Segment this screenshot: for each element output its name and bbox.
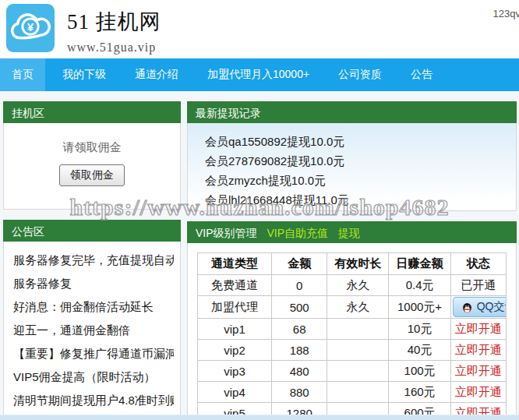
withdrawal-record: 会员zmyzch提现10.0元 [205, 171, 510, 190]
vip-panel-body: 通道类型金额有效时长日赚金额状态 免费通道0永久0.4元已开通加盟代理500永久… [188, 243, 516, 420]
site-title: 51 挂机网 [67, 8, 161, 36]
svg-text:¥: ¥ [27, 21, 34, 34]
notice-item: 服务器修复 [13, 272, 174, 295]
page: ¥ 51 挂机网 www.51gua.vip 123qv 首页我的下级通道介绍加… [0, 0, 519, 420]
cell-amount: 500 [272, 296, 327, 319]
commission-prompt: 请领取佣金 [4, 123, 180, 155]
notice-item: 服务器修复完毕，充值提现自动到账 [13, 249, 174, 272]
vip-table-header-cell: 通道类型 [198, 253, 272, 275]
notice-panel: 公告区 服务器修复完毕，充值提现自动到账服务器修复好消息：佣金翻倍活动延长迎五一… [3, 220, 181, 420]
vip-table-row: vip3480100元立即开通 [198, 361, 507, 382]
hangup-panel-body: 请领取佣金 领取佣金 [4, 123, 180, 209]
main-nav: 首页我的下级通道介绍加盟代理月入10000+公司资质公告 [0, 58, 519, 91]
vip-table: 通道类型金额有效时长日赚金额状态 免费通道0永久0.4元已开通加盟代理500永久… [197, 252, 507, 420]
nav-item-2[interactable]: 我的下级 [51, 58, 118, 91]
vip-panel-header: VIP级别管理 VIP自助充值 提现 [187, 221, 517, 243]
open-now-link[interactable]: 立即开通 [455, 322, 502, 335]
cell-channel-type: 免费通道 [198, 275, 272, 296]
vip-recharge-link[interactable]: VIP自助充值 [267, 227, 328, 239]
vip-table-row: 免费通道0永久0.4元已开通 [198, 275, 507, 296]
cell-channel-type: 加盟代理 [198, 296, 272, 319]
records-panel-body: 会员qa1550892提现10.0元会员278769082提现10.0元会员zm… [188, 123, 516, 210]
notice-item: 好消息：佣金翻倍活动延长 [13, 295, 174, 319]
notice-item: VIP5佣金提高（限时活动） [13, 365, 174, 389]
open-now-link[interactable]: 立即开通 [455, 343, 502, 356]
cell-duration: 永久 [327, 275, 389, 296]
records-panel-title: 最新提现记录 [187, 101, 517, 123]
cell-status: 立即开通 [450, 319, 506, 340]
cell-amount: 0 [272, 275, 327, 296]
notice-item: 【重要】修复推广得通道币漏洞 [13, 342, 174, 365]
cell-daily-earning: 0.4元 [389, 275, 450, 296]
cell-channel-type: vip4 [198, 382, 272, 403]
cell-daily-earning: 40元 [389, 340, 450, 361]
cell-status: 立即开通 [450, 361, 506, 382]
hangup-panel: 挂机区 请领取佣金 领取佣金 [3, 101, 181, 210]
qq-chat-label: QQ交谈 [477, 300, 507, 314]
open-now-link[interactable]: 立即开通 [455, 385, 502, 398]
qq-penguin-icon [461, 302, 473, 313]
cell-status: 立即开通 [450, 340, 506, 361]
withdrawal-record: 会员qa1550892提现10.0元 [205, 132, 510, 151]
site-logo[interactable]: ¥ [6, 4, 55, 52]
footer-strip [0, 415, 519, 420]
status-opened: 已开通 [461, 278, 496, 291]
right-column: 最新提现记录 会员qa1550892提现10.0元会员278769082提现10… [187, 101, 517, 420]
withdraw-link[interactable]: 提现 [338, 227, 360, 239]
title-block: 51 挂机网 www.51gua.vip [67, 8, 161, 55]
records-list: 会员qa1550892提现10.0元会员278769082提现10.0元会员zm… [188, 123, 516, 210]
cell-duration: 永久 [327, 296, 389, 319]
cell-channel-type: vip3 [198, 361, 272, 382]
cell-daily-earning: 1000元+ [389, 296, 450, 319]
withdrawal-record: 会员278769082提现10.0元 [205, 151, 510, 171]
vip-table-row: vip4880160元立即开通 [198, 382, 507, 403]
vip-table-row: vip218840元立即开通 [198, 340, 507, 361]
nav-item-6[interactable]: 公告 [399, 58, 444, 91]
cell-status: 立即开通 [450, 382, 506, 403]
nav-item-1[interactable]: 首页 [0, 58, 45, 91]
nav-item-5[interactable]: 公司资质 [327, 58, 394, 91]
cloud-yuan-icon: ¥ [6, 4, 55, 52]
cell-amount: 880 [272, 382, 327, 403]
left-column: 挂机区 请领取佣金 领取佣金 公告区 服务器修复完毕，充值提现自动到账服务器修复… [3, 101, 181, 420]
vip-table-row: 加盟代理500永久1000元+QQ交谈 [198, 296, 507, 319]
qq-chat-button[interactable]: QQ交谈 [453, 297, 507, 317]
cell-status: 已开通 [450, 275, 506, 296]
cell-status: QQ交谈 [450, 296, 506, 319]
cell-channel-type: vip1 [198, 319, 272, 340]
records-panel: 最新提现记录 会员qa1550892提现10.0元会员278769082提现10… [187, 101, 517, 211]
cell-amount: 68 [272, 319, 327, 340]
withdrawal-record: 会员lhl21668448提现11.0元 [205, 190, 510, 210]
header-right-text: 123qv [493, 8, 519, 19]
vip-table-body: 免费通道0永久0.4元已开通加盟代理500永久1000元+QQ交谈vip1681… [198, 275, 507, 420]
cell-daily-earning: 10元 [389, 319, 450, 340]
cell-channel-type: vip2 [198, 340, 272, 361]
vip-panel-title: VIP级别管理 [196, 227, 257, 239]
claim-commission-button[interactable]: 领取佣金 [59, 164, 125, 186]
cell-duration [327, 319, 389, 340]
vip-table-row: vip16810元立即开通 [198, 319, 507, 340]
notice-item: 迎五一，通道佣金翻倍 [13, 319, 174, 342]
vip-table-header-cell: 金额 [272, 253, 327, 275]
vip-table-head: 通道类型金额有效时长日赚金额状态 [198, 253, 507, 275]
cell-duration [327, 361, 389, 382]
nav-item-4[interactable]: 加盟代理月入10000+ [196, 58, 321, 91]
vip-panel: VIP级别管理 VIP自助充值 提现 通道类型金额有效时长日赚金额状态 免费通道… [187, 221, 517, 420]
vip-table-header-cell: 有效时长 [327, 253, 389, 275]
cell-duration [327, 340, 389, 361]
open-now-link[interactable]: 立即开通 [455, 364, 502, 377]
vip-table-header-row: 通道类型金额有效时长日赚金额状态 [198, 253, 507, 275]
notice-panel-title: 公告区 [3, 220, 181, 242]
content: 挂机区 请领取佣金 领取佣金 公告区 服务器修复完毕，充值提现自动到账服务器修复… [0, 91, 519, 420]
cell-daily-earning: 160元 [389, 382, 450, 403]
nav-item-3[interactable]: 通道介绍 [123, 58, 190, 91]
cell-duration [327, 382, 389, 403]
notice-list: 服务器修复完毕，充值提现自动到账服务器修复好消息：佣金翻倍活动延长迎五一，通道佣… [4, 242, 180, 417]
vip-table-header-cell: 日赚金额 [389, 253, 450, 275]
cell-amount: 188 [272, 340, 327, 361]
site-subtitle: www.51gua.vip [67, 41, 161, 55]
vip-table-header-cell: 状态 [450, 253, 506, 275]
site-header: ¥ 51 挂机网 www.51gua.vip 123qv [0, 0, 519, 58]
notice-item: 清明节期间提现用户4.8准时到账 [13, 389, 174, 412]
hangup-panel-title: 挂机区 [3, 101, 181, 123]
